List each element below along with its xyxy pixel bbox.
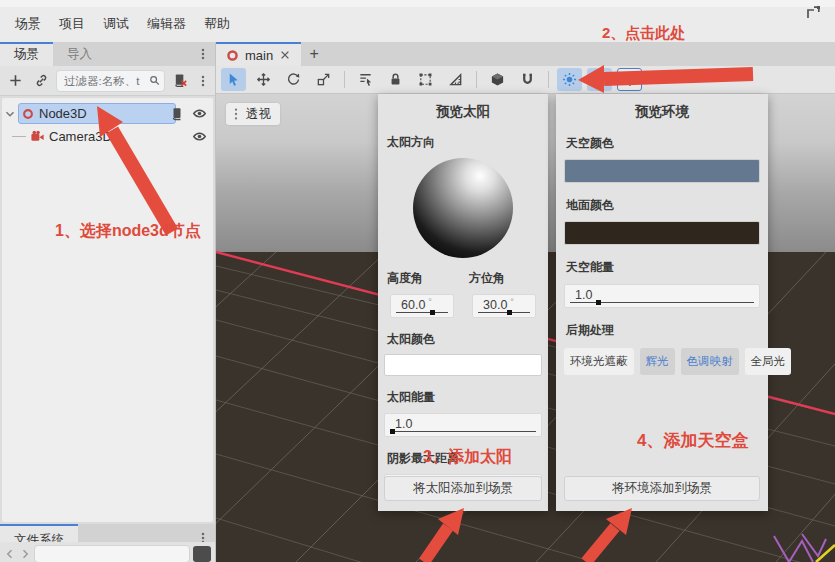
- dock-menu-icon[interactable]: [195, 46, 211, 62]
- rotate-tool-button[interactable]: [281, 68, 306, 91]
- sun-panel-title: 预览太阳: [378, 94, 548, 121]
- menu-project[interactable]: 项目: [50, 12, 94, 36]
- scene-tabbar: main +: [216, 42, 835, 66]
- annotation-step3: 3、添加太阳: [423, 447, 512, 468]
- filesystem-dock-header: 文件系统: [0, 524, 215, 552]
- annotation-step4: 4、添加天空盒: [637, 429, 748, 452]
- tab-scene[interactable]: 场景: [0, 42, 53, 66]
- camera3d-icon: [30, 129, 45, 144]
- nav-back-icon[interactable]: [4, 548, 16, 560]
- scene-tree: Node3D Camera3D: [2, 98, 213, 522]
- snap-button[interactable]: [515, 68, 540, 91]
- nav-forward-icon[interactable]: [19, 548, 31, 560]
- tree-guide-line: [12, 136, 26, 137]
- menu-scene[interactable]: 场景: [6, 12, 50, 36]
- node-name: Camera3D: [49, 129, 112, 144]
- preview-sun-button[interactable]: [557, 68, 582, 91]
- list-select-button[interactable]: [353, 68, 378, 91]
- sun-color-label: 太阳颜色: [387, 331, 548, 348]
- menubar: 场景 项目 调试 编辑器 帮助: [0, 0, 835, 42]
- azimuth-value: 30.0: [483, 298, 507, 312]
- menu-debug[interactable]: 调试: [94, 12, 138, 36]
- collapse-chevron-icon[interactable]: [3, 107, 17, 121]
- detach-script-icon[interactable]: [169, 70, 191, 92]
- degree-sign: °: [510, 297, 514, 307]
- close-icon[interactable]: [279, 49, 291, 61]
- visibility-eye-icon[interactable]: [192, 106, 207, 121]
- lock-icon: [388, 72, 403, 87]
- rotate-tool-icon: [286, 72, 301, 87]
- scene-filter-input[interactable]: [64, 75, 149, 87]
- menu-help[interactable]: 帮助: [195, 12, 239, 36]
- scene-tree-toolbar: [0, 66, 215, 96]
- preview-environment-button[interactable]: [587, 68, 612, 91]
- tree-row-node3d[interactable]: Node3D: [2, 102, 213, 125]
- local-space-button[interactable]: [485, 68, 510, 91]
- toggle-gi[interactable]: 全局光: [745, 348, 792, 375]
- scale-tool-icon: [316, 72, 331, 87]
- menu-editor[interactable]: 编辑器: [138, 12, 195, 36]
- azimuth-label: 方位角: [469, 270, 542, 287]
- favorites-icon[interactable]: [193, 546, 211, 562]
- ruler-button[interactable]: [443, 68, 468, 91]
- sky-color-swatch[interactable]: [564, 159, 760, 183]
- toolbar-separator: [476, 71, 477, 88]
- float-window-icon[interactable]: [805, 5, 821, 25]
- move-tool-button[interactable]: [251, 68, 276, 91]
- ground-color-swatch[interactable]: [564, 221, 760, 245]
- post-process-toggles: 环境光遮蔽 辉光 色调映射 全局光: [564, 348, 760, 375]
- sun-color-swatch[interactable]: [384, 354, 542, 376]
- sun-energy-value: 1.0: [395, 417, 412, 431]
- scene-tab-main[interactable]: main: [216, 42, 301, 66]
- tree-menu-icon[interactable]: [195, 73, 211, 89]
- node-name: Node3D: [39, 106, 87, 121]
- perspective-menu-button[interactable]: 透视: [226, 103, 280, 125]
- tab-import[interactable]: 导入: [53, 42, 106, 66]
- toolbar-separator: [548, 71, 549, 88]
- toggle-tonemap[interactable]: 色调映射: [681, 348, 739, 375]
- degree-sign: °: [428, 297, 432, 307]
- instance-scene-button[interactable]: [30, 70, 52, 92]
- add-environment-to-scene-button[interactable]: 将环境添加到场景: [564, 476, 760, 501]
- scene-dock-tabs: 场景 导入: [0, 42, 215, 66]
- list-select-icon: [358, 72, 373, 87]
- toggle-ambient-occlusion[interactable]: 环境光遮蔽: [564, 348, 634, 375]
- spatial-toolbar: [216, 66, 835, 94]
- lock-button[interactable]: [383, 68, 408, 91]
- box-icon: [490, 72, 505, 87]
- scene-tab-icon: [226, 49, 239, 62]
- azimuth-spin-slider[interactable]: 30.0 °: [472, 294, 536, 318]
- add-node-button[interactable]: [4, 70, 26, 92]
- scale-tool-button[interactable]: [311, 68, 336, 91]
- toggle-glow[interactable]: 辉光: [640, 348, 675, 375]
- tree-row-camera3d[interactable]: Camera3D: [2, 125, 213, 148]
- sun-environment-options-button[interactable]: [617, 68, 642, 91]
- sky-energy-label: 天空能量: [566, 259, 768, 276]
- toolbar-separator: [344, 71, 345, 88]
- left-dock: 场景 导入: [0, 42, 216, 562]
- sun-direction-sphere[interactable]: [413, 158, 513, 258]
- ruler-icon: [448, 72, 463, 87]
- sun-icon: [562, 72, 577, 87]
- altitude-spin-slider[interactable]: 60.0 °: [390, 294, 454, 318]
- filesystem-path-row: [0, 542, 215, 562]
- filesystem-path-field[interactable]: [34, 545, 190, 562]
- select-tool-button[interactable]: [221, 68, 246, 91]
- sun-energy-spin-slider[interactable]: 1.0: [384, 413, 542, 437]
- sky-energy-value: 1.0: [575, 288, 592, 302]
- sky-energy-spin-slider[interactable]: 1.0: [564, 284, 760, 308]
- more-options-icon: [623, 73, 637, 87]
- visibility-eye-icon[interactable]: [192, 129, 207, 144]
- add-sun-to-scene-button[interactable]: 将太阳添加到场景: [384, 476, 542, 501]
- search-icon: [149, 74, 160, 87]
- sky-color-label: 天空颜色: [566, 135, 768, 152]
- add-scene-tab-button[interactable]: +: [301, 42, 327, 66]
- altitude-value: 60.0: [401, 298, 425, 312]
- script-icon[interactable]: [170, 107, 184, 121]
- annotation-step1: 1、选择node3d节点: [55, 221, 201, 242]
- group-button[interactable]: [413, 68, 438, 91]
- post-process-label: 后期处理: [566, 322, 768, 339]
- scene-filter-field[interactable]: [56, 70, 165, 92]
- move-tool-icon: [256, 72, 271, 87]
- sun-direction-label: 太阳方向: [387, 134, 548, 151]
